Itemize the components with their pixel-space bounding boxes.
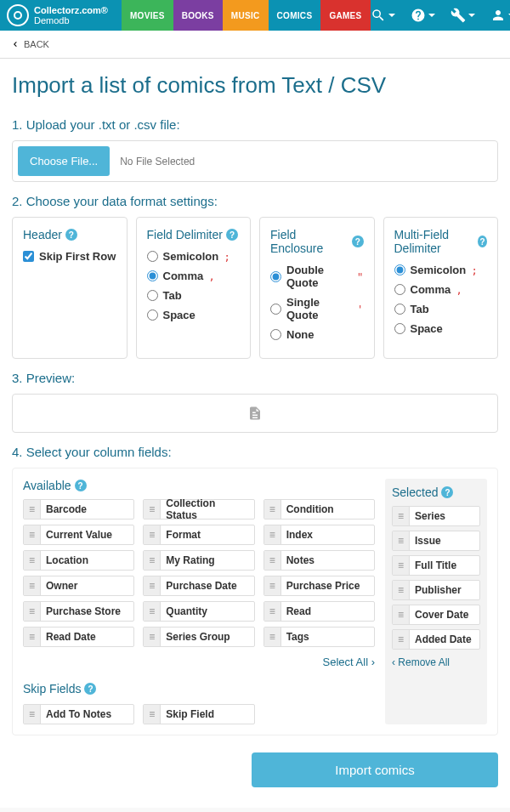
opt-tab[interactable]: Tab [147,289,241,302]
topbar: Collectorz.com® Demodb MOVIESBOOKSMUSICC… [0,0,510,31]
card-multifield-delimiter: Multi-Field Delimiter? Semicolon ;Comma … [383,217,499,359]
drag-handle-icon: ≡ [144,500,161,519]
brand-text: Collectorz.com® Demodb [34,5,108,26]
opt-space[interactable]: Space [147,309,241,321]
drag-handle-icon: ≡ [264,576,281,595]
opt-comma[interactable]: Comma , [147,270,241,282]
field-add-to-notes[interactable]: ≡Add To Notes [23,704,134,724]
field-condition[interactable]: ≡Condition [264,499,375,520]
no-file-label: No File Selected [120,156,195,168]
nav-tabs: MOVIESBOOKSMUSICCOMICSGAMES [122,0,371,31]
logo-icon [7,4,29,26]
nav-tab-books[interactable]: BOOKS [173,0,223,31]
columns-wrapper: Available? ≡Barcode≡Collection Status≡Co… [12,468,498,735]
opt-tab[interactable]: Tab [394,303,488,315]
preview-box [12,394,498,433]
drag-handle-icon: ≡ [24,551,41,570]
drag-handle-icon: ≡ [393,507,410,525]
opt-space[interactable]: Space [394,322,488,335]
opt-semicolon[interactable]: Semicolon ; [394,264,488,276]
help-icon[interactable]: ? [84,683,96,695]
drag-handle-icon: ≡ [393,556,410,575]
upload-box: Choose File... No File Selected [12,140,498,182]
help-icon[interactable]: ? [65,229,77,241]
field-series-group[interactable]: ≡Series Group [143,627,254,647]
field-notes[interactable]: ≡Notes [264,550,375,571]
remove-all-link[interactable]: ‹ Remove All [392,656,480,668]
help-icon[interactable]: ? [478,236,487,247]
field-location[interactable]: ≡Location [23,550,134,571]
opt-skip-first-row[interactable]: Skip First Row [23,250,116,263]
field-quantity[interactable]: ≡Quantity [143,601,254,622]
step2-heading: 2. Choose your data format settings: [12,194,498,208]
drag-handle-icon: ≡ [144,551,161,570]
drag-handle-icon: ≡ [264,627,281,646]
drag-handle-icon: ≡ [393,531,410,550]
card-field-enclosure: Field Enclosure? Double Quote "Single Qu… [259,217,375,359]
import-button[interactable]: Import comics [252,752,498,787]
field-read[interactable]: ≡Read [264,601,375,622]
user-icon[interactable] [490,8,510,23]
step4-heading: 4. Select your column fields: [12,445,498,459]
drag-handle-icon: ≡ [264,602,281,621]
file-icon [247,405,263,422]
help-icon[interactable]: ? [441,486,453,498]
brand-logo[interactable]: Collectorz.com® Demodb [7,4,108,26]
page-title: Import a list of comics from Text / CSV [12,72,498,99]
back-button[interactable]: BACK [0,31,510,59]
select-all-link[interactable]: Select All › [23,656,375,668]
opt-none[interactable]: None [270,328,364,341]
drag-handle-icon: ≡ [144,576,161,595]
opt-single-quote[interactable]: Single Quote ' [270,296,364,321]
opt-comma[interactable]: Comma , [394,283,488,296]
choose-file-button[interactable]: Choose File... [18,146,110,176]
field-purchase-date[interactable]: ≡Purchase Date [143,576,254,596]
field-purchase-price[interactable]: ≡Purchase Price [264,576,375,596]
field-owner[interactable]: ≡Owner [23,576,134,596]
opt-double-quote[interactable]: Double Quote " [270,264,364,289]
drag-handle-icon: ≡ [144,627,161,646]
search-icon[interactable] [371,8,395,23]
nav-tab-games[interactable]: GAMES [320,0,370,31]
drag-handle-icon: ≡ [393,630,410,649]
opt-semicolon[interactable]: Semicolon ; [147,250,241,263]
drag-handle-icon: ≡ [24,576,41,595]
card-header: Header? Skip First Row [12,217,128,359]
chevron-left-icon [10,39,20,49]
field-purchase-store[interactable]: ≡Purchase Store [23,601,134,622]
field-cover-date[interactable]: ≡Cover Date [392,605,480,625]
field-issue[interactable]: ≡Issue [392,531,480,551]
drag-handle-icon: ≡ [144,705,161,724]
wrench-icon[interactable] [450,8,475,23]
nav-tab-movies[interactable]: MOVIES [122,0,173,31]
field-read-date[interactable]: ≡Read Date [23,627,134,647]
step3-heading: 3. Preview: [12,371,498,385]
field-publisher[interactable]: ≡Publisher [392,580,480,600]
chevron-left-icon: ‹ [392,656,395,668]
help-icon[interactable]: ? [352,236,363,247]
drag-handle-icon: ≡ [264,525,281,544]
field-format[interactable]: ≡Format [143,525,254,545]
field-full-title[interactable]: ≡Full Title [392,555,480,576]
field-series[interactable]: ≡Series [392,506,480,526]
drag-handle-icon: ≡ [24,525,41,544]
field-collection-status[interactable]: ≡Collection Status [143,499,254,520]
field-added-date[interactable]: ≡Added Date [392,629,480,650]
nav-tab-comics[interactable]: COMICS [269,0,321,31]
drag-handle-icon: ≡ [264,551,281,570]
step1-heading: 1. Upload your .txt or .csv file: [12,117,498,132]
nav-tab-music[interactable]: MUSIC [223,0,269,31]
drag-handle-icon: ≡ [24,500,41,519]
help-icon[interactable]: ? [75,480,87,491]
field-current-value[interactable]: ≡Current Value [23,525,134,545]
drag-handle-icon: ≡ [393,581,410,599]
field-skip-field[interactable]: ≡Skip Field [143,704,254,724]
help-icon[interactable]: ? [226,229,238,241]
field-my-rating[interactable]: ≡My Rating [143,550,254,571]
help-icon[interactable] [411,8,435,23]
drag-handle-icon: ≡ [24,705,41,724]
field-tags[interactable]: ≡Tags [264,627,375,647]
drag-handle-icon: ≡ [24,627,41,646]
field-index[interactable]: ≡Index [264,525,375,545]
field-barcode[interactable]: ≡Barcode [23,499,134,520]
